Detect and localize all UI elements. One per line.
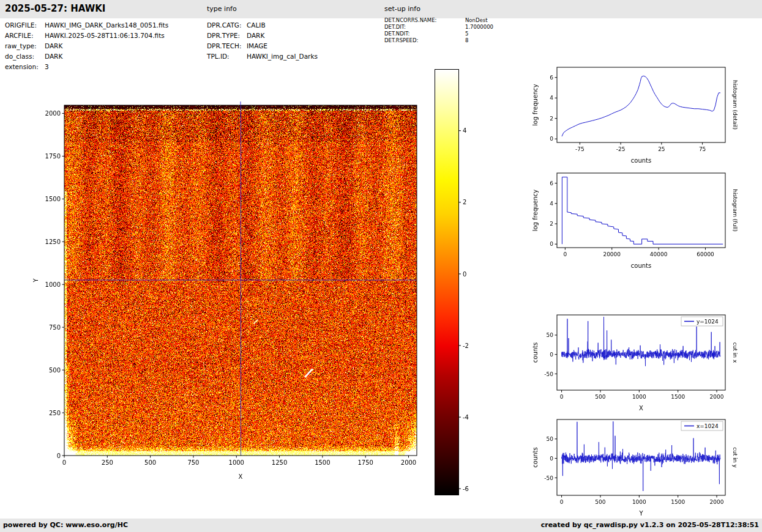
info-value: 3 [45,63,49,70]
svg-text:0: 0 [463,271,466,278]
info-label: DET.RSPEED: [384,37,465,44]
info-label: DPR.TECH: [207,41,247,51]
svg-text:1250: 1250 [45,238,61,245]
svg-text:0: 0 [550,136,553,142]
svg-text:1500: 1500 [671,394,685,400]
info-label: TPL.ID: [207,51,247,62]
svg-text:1000: 1000 [632,394,646,400]
footer-created-by: created by qc_rawdisp.py v1.2.3 on 2025-… [541,519,759,532]
info-value: DARK [247,32,264,39]
info-value: DARK [45,53,62,60]
svg-text:-75: -75 [575,146,585,152]
info-value: 1.7000000 [465,24,493,30]
setup-info-row: DET.RSPEED:8 [384,37,493,44]
svg-text:-2: -2 [463,342,469,349]
svg-text:1500: 1500 [315,459,330,466]
setup-info-block: DET.NCORRS.NAME:NonDest DET.DIT:1.700000… [384,17,493,44]
svg-text:0: 0 [57,453,61,459]
svg-text:500: 500 [144,459,156,466]
svg-text:Y: Y [638,510,643,517]
svg-text:4: 4 [463,127,466,134]
setup-info-row: DET.DIT:1.7000000 [384,24,493,31]
type-info-row: DPR.TECH:IMAGE [207,41,318,51]
svg-text:-6: -6 [463,486,469,492]
footer-powered-by: powered by QC: www.eso.org/HC [3,519,128,532]
svg-text:2000: 2000 [710,499,724,505]
svg-text:-25: -25 [616,146,626,152]
svg-text:1000: 1000 [229,459,244,466]
info-label: DPR.TYPE: [207,31,247,41]
svg-text:log frequency: log frequency [532,190,539,232]
svg-text:-50: -50 [544,371,553,377]
svg-text:50: 50 [547,436,554,442]
svg-text:X: X [639,405,643,412]
histogram-detail-line [562,76,720,136]
svg-text:counts: counts [532,342,539,363]
info-label: DET.NCORRS.NAME: [384,17,465,24]
svg-text:X: X [239,473,243,480]
svg-text:1500: 1500 [45,196,61,202]
svg-text:2000: 2000 [45,110,61,117]
svg-text:1750: 1750 [357,459,373,466]
legend: y=1024 [681,317,723,326]
info-label: do_class: [5,51,45,62]
svg-text:0: 0 [550,456,553,462]
cut-in-x-line [562,317,720,366]
svg-text:2000: 2000 [401,459,416,466]
setup-info-row: DET.NDIT:5 [384,31,493,37]
svg-text:counts: counts [631,262,651,269]
info-label: extension: [5,62,45,72]
info-label: DPR.CATG: [207,20,247,31]
file-info-row: ARCFILE:HAWKI.2025-05-28T11:06:13.704.fi… [5,31,168,41]
setup-info-heading: set-up info [384,5,420,13]
svg-text:60000: 60000 [697,251,714,257]
file-info-row: ORIGFILE:HAWKI_IMG_DARK_Darks148_0051.fi… [5,20,168,31]
type-info-block: DPR.CATG:CALIB DPR.TYPE:DARK DPR.TECH:IM… [207,20,318,62]
info-value: IMAGE [247,42,267,50]
svg-text:histogram (full): histogram (full) [732,189,738,231]
svg-text:0: 0 [564,251,567,257]
svg-text:500: 500 [49,367,61,374]
svg-text:y=1024: y=1024 [697,319,719,325]
info-label: DET.DIT: [384,24,465,31]
svg-text:0: 0 [560,499,564,505]
info-value: 8 [465,37,468,43]
svg-text:0: 0 [62,459,66,466]
svg-text:250: 250 [49,410,61,416]
info-value: HAWKI_IMG_DARK_Darks148_0051.fits [45,21,168,29]
info-label: DET.NDIT: [384,31,465,37]
header-bar: 2025-05-27: HAWKI type info set-up info [0,0,762,18]
histogram-full-line [562,177,723,245]
histogram-detail-axes: -75-2525750246countslog frequencyhistogr… [532,67,738,164]
svg-text:log frequency: log frequency [532,84,539,126]
svg-text:1000: 1000 [45,281,61,288]
svg-text:75: 75 [699,146,706,152]
cut-in-x-axes: 0500100015002000-50050Xcountscut in xy=1… [532,315,738,412]
svg-text:0: 0 [560,394,564,400]
type-info-row: DPR.CATG:CALIB [207,20,318,31]
svg-text:cut in x: cut in x [732,342,738,363]
info-value: DARK [45,42,62,50]
svg-text:0: 0 [550,352,553,358]
svg-text:Y: Y [32,278,39,283]
svg-text:2: 2 [550,116,553,122]
svg-text:cut in y: cut in y [732,447,738,468]
svg-text:20000: 20000 [603,251,621,257]
svg-text:750: 750 [187,459,199,466]
svg-text:6: 6 [550,180,553,187]
qc-report-page: 2025-05-27: HAWKI type info set-up info … [0,0,762,532]
file-info-row: raw_type:DARK [5,41,168,51]
svg-text:histogram (detail): histogram (detail) [732,80,738,130]
cut-in-y-axes: 0500100015002000-50050Ycountscut in yx=1… [532,419,738,517]
svg-text:40000: 40000 [650,251,668,257]
svg-text:250: 250 [102,459,113,466]
info-value: CALIB [247,21,266,29]
type-info-heading: type info [207,5,237,13]
info-label: ORIGFILE: [5,20,45,31]
svg-text:4: 4 [550,95,553,101]
svg-text:1500: 1500 [671,499,685,505]
svg-text:50: 50 [547,332,554,338]
file-info-row: extension:3 [5,62,168,72]
cut-in-y-line [562,421,720,491]
svg-text:1250: 1250 [272,459,287,466]
